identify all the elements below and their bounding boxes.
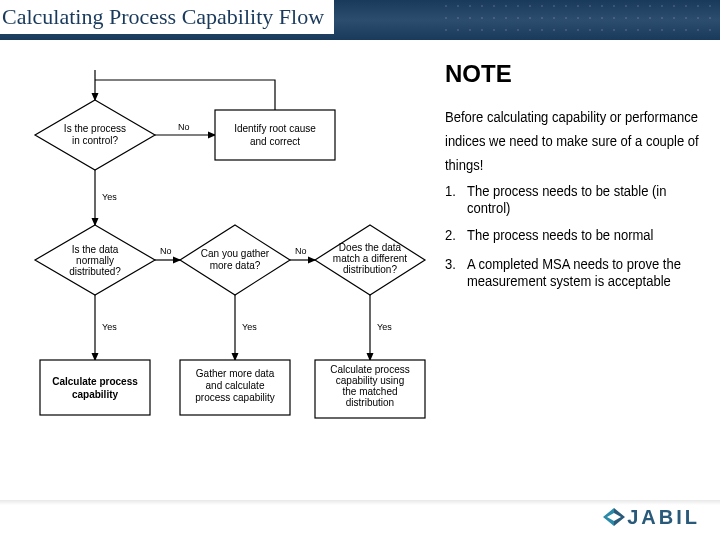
lbl-yes-3: Yes <box>242 322 257 332</box>
header-dot-pattern <box>440 0 720 40</box>
note-text-2: The process needs to be normal <box>467 226 653 243</box>
jabil-logo: JABIL <box>603 506 700 531</box>
note-text-3: A completed MSA needs to prove the measu… <box>467 255 705 290</box>
note-title: NOTE <box>445 60 705 88</box>
note-text-1: The process needs to be stable (in contr… <box>467 182 705 217</box>
lbl-no-1: No <box>178 122 190 132</box>
r1-l2: and correct <box>250 136 300 147</box>
note-body: Before calculating capability or perform… <box>445 106 705 178</box>
b2-l3: process capability <box>195 392 274 403</box>
step-identify-root-cause <box>215 110 335 160</box>
d2-l2: normally <box>76 255 114 266</box>
note-item-3: 3. A completed MSA needs to prove the me… <box>445 255 705 290</box>
d2-l1: Is the data <box>72 244 119 255</box>
d4-l1: Does the data <box>339 242 402 253</box>
content-area: Is the process in control? No Identify r… <box>0 40 720 500</box>
note-num-3: 3. <box>445 255 467 290</box>
d1-l2: in control? <box>72 135 119 146</box>
b3-l1: Calculate process <box>330 364 409 375</box>
b3-l4: distribution <box>346 397 394 408</box>
d2-l3: distributed? <box>69 266 121 277</box>
d4-l3: distribution? <box>343 264 397 275</box>
logo-text: JABIL <box>627 506 700 528</box>
r1-l1: Identify root cause <box>234 123 316 134</box>
b2-l1: Gather more data <box>196 368 275 379</box>
d3-l1: Can you gather <box>201 248 270 259</box>
b2-l2: and calculate <box>206 380 265 391</box>
d1-l1: Is the process <box>64 123 126 134</box>
lbl-yes-4: Yes <box>377 322 392 332</box>
flowchart: Is the process in control? No Identify r… <box>10 40 430 500</box>
lbl-no-2: No <box>160 246 172 256</box>
header-bar: Calculating Process Capability Flow <box>0 0 720 40</box>
b3-l2: capability using <box>336 375 404 386</box>
footer: JABIL <box>0 500 720 540</box>
page-title: Calculating Process Capability Flow <box>0 0 334 34</box>
note-item-2: 2. The process needs to be normal <box>445 226 705 243</box>
b1-l2: capability <box>72 389 119 400</box>
lbl-yes-1: Yes <box>102 192 117 202</box>
lbl-yes-2: Yes <box>102 322 117 332</box>
b3-l3: the matched <box>342 386 397 397</box>
b1-l1: Calculate process <box>52 376 138 387</box>
lbl-no-3: No <box>295 246 307 256</box>
step-calculate-capability <box>40 360 150 415</box>
logo-mark-icon <box>603 508 625 531</box>
note-num-1: 1. <box>445 182 467 217</box>
d3-l2: more data? <box>210 260 261 271</box>
note-item-1: 1. The process needs to be stable (in co… <box>445 182 705 217</box>
d4-l2: match a different <box>333 253 408 264</box>
footer-divider <box>0 500 720 505</box>
note-panel: NOTE Before calculating capability or pe… <box>445 60 705 299</box>
note-num-2: 2. <box>445 226 467 243</box>
